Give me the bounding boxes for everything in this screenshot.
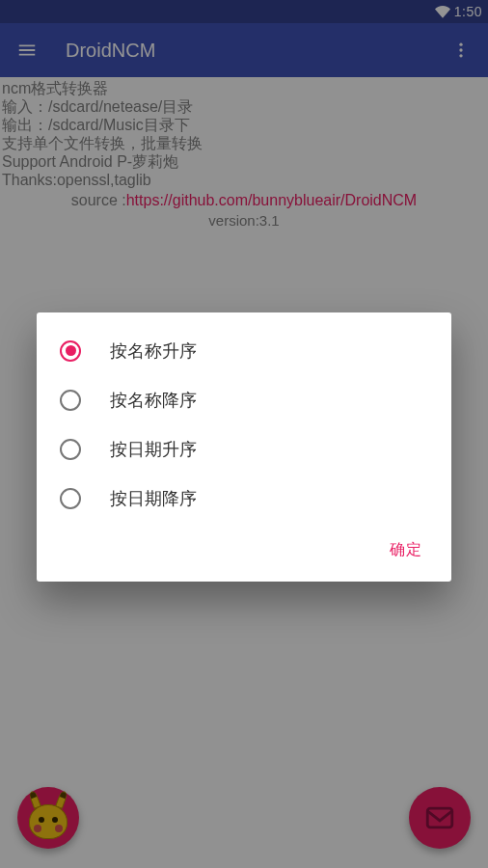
- radio-icon: [60, 488, 81, 509]
- dialog-actions: 确定: [37, 523, 451, 574]
- radio-label: 按日期升序: [110, 438, 197, 461]
- sort-option-name-desc[interactable]: 按名称降序: [37, 375, 451, 424]
- sort-option-name-asc[interactable]: 按名称升序: [37, 326, 451, 375]
- radio-icon: [60, 340, 81, 362]
- sort-option-date-asc[interactable]: 按日期升序: [37, 424, 451, 474]
- confirm-button[interactable]: 确定: [378, 532, 434, 568]
- radio-icon: [60, 439, 81, 460]
- sort-option-date-desc[interactable]: 按日期降序: [37, 474, 451, 523]
- sort-dialog: 按名称升序 按名称降序 按日期升序 按日期降序 确定: [37, 312, 451, 582]
- radio-label: 按日期降序: [110, 487, 197, 510]
- radio-icon: [60, 390, 81, 411]
- radio-label: 按名称升序: [110, 339, 197, 363]
- radio-label: 按名称降序: [110, 389, 197, 412]
